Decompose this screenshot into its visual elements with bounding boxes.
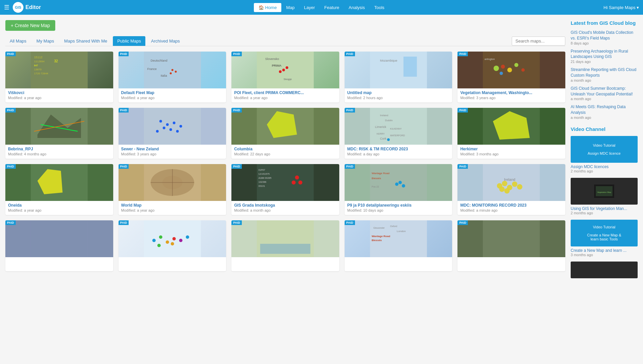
map-info-10: Herkimer Modified: 3 months ago [457,145,565,159]
video-title-2[interactable]: Using GIS for Vegetation Man... [571,206,638,211]
tab-all-maps[interactable]: All Maps [5,36,31,46]
nav-feature-button[interactable]: Feature [319,3,344,12]
map-card-2[interactable]: Deutschland France Italia PAID Default F… [119,52,226,102]
map-card-16[interactable]: PAID [5,220,113,271]
paid-badge-14: PAID [345,164,355,169]
svg-text:London: London [397,230,406,233]
video-channel-title: Video Channel [571,126,638,132]
map-info-13: GIS Grada Imotskoga Modified: a month ag… [231,201,339,215]
svg-text:Ireland: Ireland [504,177,515,181]
map-card-13[interactable]: 01F67 U1V01575 A1B8 00285 102396 00101 P… [231,164,339,215]
blog-time-2: 21 days ago [571,60,638,64]
svg-text:Wantage Road: Wantage Road [372,235,390,238]
map-card-9[interactable]: Ireland Dublin Limerick KILKENNY KERRY W… [345,108,452,159]
map-info-18 [231,257,339,271]
svg-text:arlington: arlington [485,58,495,61]
map-title-9: MDC: RISK & TM RECORD 2023 [347,147,450,151]
nav-map-button[interactable]: Map [281,3,299,12]
tab-shared-maps[interactable]: Maps Shared With Me [60,36,112,46]
paid-badge-20: PAID [457,220,468,225]
map-card-11[interactable]: PAID Oneida Modified: a year ago [5,164,113,215]
map-card-7[interactable]: PAID Sewer - New Zeland Modified: 3 year… [119,108,226,159]
nav-layer-button[interactable]: Layer [299,3,320,12]
svg-text:1112894: 1112894 [34,60,45,63]
paid-badge-7: PAID [119,108,129,113]
map-thumb-3: Slovensko PRIMA Skopje PAID [231,52,339,88]
map-modified-12: Modified: a year ago [121,208,224,212]
tab-public-maps[interactable]: Public Maps [113,36,145,46]
svg-text:15112: 15112 [34,56,43,59]
map-card-8[interactable]: PAID Columbia Modified: 22 days ago [231,108,339,159]
map-card-19[interactable]: Gloucester Oxford London Wantage Road Bl… [345,220,452,271]
map-card-5[interactable]: arlington PAID Vegetation Management, Wa… [457,52,565,102]
map-title-2: Default Fleet Map [121,90,224,95]
video-thumb-4 [571,262,638,278]
map-card-17[interactable]: PAID [119,220,226,271]
svg-rect-91 [31,220,88,257]
map-title-1: Viškovci [8,90,111,95]
video-title-3[interactable]: Create a New Map and learn ... [571,248,638,253]
tab-archived-maps[interactable]: Archived Maps [147,36,184,46]
map-info-20 [457,257,565,271]
map-card-20[interactable]: PAID [457,220,565,271]
paid-badge: PAID [5,52,16,56]
map-card-4[interactable]: Mozambique PAID Untitled map Modified: 2… [345,52,452,102]
map-card-6[interactable]: PAID Bebrina_RPJ Modified: 4 months ago [5,108,113,159]
map-title-5: Vegetation Management, Washingto... [460,90,563,95]
create-new-map-button[interactable]: + Create New Map [5,20,55,31]
blog-link-1[interactable]: GIS Cloud's Mobile Data Collection vs. E… [571,30,638,41]
blog-link-2[interactable]: Preserving Archaeology in Rural Landscap… [571,49,638,60]
map-title-8: Columbia [234,147,337,151]
blog-link-4[interactable]: GIS Cloud Summer Bootcamp: Unleash Your … [571,86,638,97]
map-card-12[interactable]: PAID World Map Modified: a year ago [119,164,226,215]
map-card-1[interactable]: 15112 1112894 847 13870 1720 72844 32 PA… [5,52,113,102]
blog-time-3: a month ago [571,78,638,82]
nav-tools-button[interactable]: Tools [370,3,389,12]
paid-badge-3: PAID [231,52,242,56]
svg-text:Gloucester: Gloucester [373,227,385,229]
svg-point-12 [174,71,176,73]
map-thumb-1: 15112 1112894 847 13870 1720 72844 32 PA… [5,52,113,88]
blog-link-3[interactable]: Streamline Reporting with GIS Cloud Cust… [571,67,638,78]
video-thumb-3: Video TutorialCreate a New Map &learn ba… [571,220,638,246]
svg-point-29 [500,72,503,75]
svg-text:Dublin: Dublin [385,119,393,122]
user-menu[interactable]: Hi Sample Maps ▾ [603,5,639,10]
nav-analysis-button[interactable]: Analysis [344,3,369,12]
video-thumb-2: Vegetation Map [571,178,638,205]
map-title-15: MDC: MONITORING RECORD 2023 [460,203,563,208]
svg-point-37 [159,120,162,123]
svg-point-77 [395,183,399,186]
map-thumb-12: PAID [119,164,226,201]
svg-point-87 [517,184,522,190]
blog-link-5[interactable]: AI Meets GIS: Reshaping Data Analysis [571,104,638,116]
svg-point-28 [507,68,512,72]
map-thumb-5: arlington PAID [457,52,565,88]
map-info-15: MDC: MONITORING RECORD 2023 Modified: a … [457,201,565,215]
video-title-1[interactable]: Assign MDC licences [571,164,638,169]
svg-text:KILKENNY: KILKENNY [390,128,402,130]
map-thumb-17: PAID [119,220,226,257]
map-card-3[interactable]: Slovensko PRIMA Skopje PAID POI Fleet, c… [231,52,339,102]
map-card-15[interactable]: Ireland PAID MDC: MONITORING RECORD 2023… [457,164,565,215]
map-info-3: POI Fleet, client PRIMA COMMERC... Modif… [231,88,339,102]
map-card-14[interactable]: Wantage Road Blessés Pos 22 PAID P9 ja P… [345,164,452,215]
map-modified-20 [460,265,563,269]
svg-point-100 [170,242,174,245]
map-card-10[interactable]: PAID Herkimer Modified: 3 months ago [457,108,565,159]
map-modified-18 [234,265,337,269]
map-modified-14: Modified: 10 days ago [347,208,450,212]
paid-badge-17: PAID [119,220,129,225]
svg-point-93 [152,239,155,242]
map-card-18[interactable]: PAID [231,220,339,271]
search-input[interactable] [512,37,565,46]
map-info-5: Vegetation Management, Washingto... Modi… [457,88,565,102]
hamburger-icon[interactable]: ☰ [4,4,9,11]
nav-home-button[interactable]: 🏠 Home [254,3,281,12]
svg-point-79 [402,184,405,188]
map-thumb-20: PAID [457,220,565,257]
video-thumb-text-3: Video TutorialCreate a New Map &learn ba… [587,225,621,241]
tab-my-maps[interactable]: My Maps [32,36,59,46]
map-title-13: GIS Grada Imotskoga [234,203,337,208]
map-thumb-8: PAID [231,108,339,145]
